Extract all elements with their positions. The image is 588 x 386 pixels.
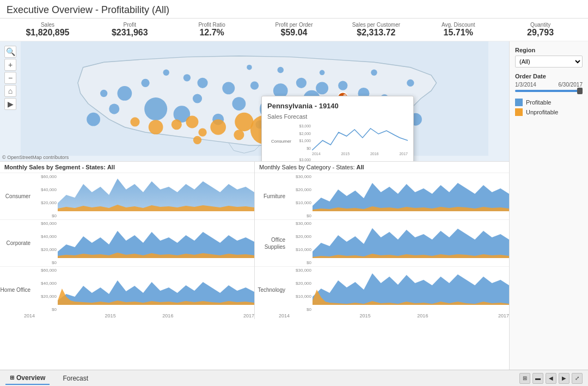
left-chart-title: Monthly Sales by Segment - States: All <box>0 162 254 173</box>
region-select[interactable]: (All) <box>515 56 583 68</box>
page-title: Executive Overview - Profitability (All) <box>7 4 581 16</box>
side-panel: Region (All) Order Date 1/3/2014 6/30/20… <box>509 41 588 370</box>
svg-point-46 <box>234 130 244 140</box>
bottom-controls: ⊞ ▬ ◀ ▶ ⤢ <box>519 373 583 384</box>
svg-point-22 <box>100 90 107 97</box>
unprofitable-label: Unprofitable <box>526 109 558 115</box>
map-controls: 🔍 + − ⌂ ▶ <box>4 46 16 110</box>
tab-forecast[interactable]: Forecast <box>58 372 93 384</box>
x-axis-labels-right: 2014 2015 2016 2017 <box>255 313 509 318</box>
zoom-out-button[interactable]: − <box>4 72 16 84</box>
svg-point-29 <box>247 65 252 70</box>
kpi-sales: Sales $1,820,895 <box>7 22 89 38</box>
office-supplies-row: OfficeSupplies $30,000$20,000$10,000$0 <box>255 220 509 267</box>
tab-overview[interactable]: ⊞ Overview <box>5 372 50 385</box>
svg-point-44 <box>198 128 206 136</box>
svg-point-6 <box>250 82 259 90</box>
map-svg <box>0 41 509 156</box>
svg-point-5 <box>222 82 235 94</box>
grid-button[interactable]: ⊞ <box>519 373 530 384</box>
svg-point-18 <box>183 74 191 81</box>
kpi-bar: Sales $1,820,895 Profit $231,963 Profit … <box>0 19 588 41</box>
tooltip: Pennsylvania - 19140 Sales Forecast Cons… <box>261 96 414 161</box>
date-slider[interactable] <box>515 90 583 92</box>
prev-button[interactable]: ◀ <box>546 373 556 384</box>
left-section: 🔍 + − ⌂ ▶ <box>0 41 509 370</box>
kpi-sales-per-customer: Sales per Customer $2,313.72 <box>335 22 417 38</box>
map-attribution: © OpenStreetMap contributors <box>2 155 69 160</box>
svg-point-32 <box>371 70 377 76</box>
svg-point-1 <box>144 97 167 120</box>
svg-point-31 <box>320 70 325 76</box>
main-area: 🔍 + − ⌂ ▶ <box>0 41 588 370</box>
svg-point-21 <box>109 104 119 114</box>
segment-charts-left: Consumer $60,000$40,000$20,000$0 <box>0 173 254 318</box>
home-office-row: Home Office $60,000$40,000$20,000$0 <box>0 267 254 313</box>
svg-point-3 <box>118 86 132 101</box>
svg-point-20 <box>141 79 149 87</box>
svg-point-47 <box>193 136 201 144</box>
map-container[interactable]: 🔍 + − ⌂ ▶ <box>0 41 509 161</box>
right-charts: Monthly Sales by Category - States: All … <box>255 162 509 319</box>
bottom-bar: ⊞ Overview Forecast ⊞ ▬ ◀ ▶ ⤢ <box>0 370 588 386</box>
corporate-forecast-chart: $3,000$2,000$1,000$0 2014201520162017 <box>293 158 408 161</box>
furniture-row: Furniture $30,000$20,000$10,000$0 <box>255 173 509 220</box>
x-axis-labels-left: 2014 2015 2016 2017 <box>0 313 254 318</box>
order-date-label: Order Date <box>515 73 583 79</box>
kpi-profit-ratio: Profit Ratio 12.7% <box>171 22 253 38</box>
svg-point-8 <box>296 78 307 88</box>
zoom-in-button[interactable]: + <box>4 59 16 71</box>
svg-point-39 <box>210 119 226 135</box>
svg-point-4 <box>198 78 208 88</box>
svg-point-41 <box>171 119 182 130</box>
segment-charts-right: Furniture $30,000$20,000$10,000$0 <box>255 173 509 318</box>
legend-profitable: Profitable <box>515 99 583 106</box>
svg-point-26 <box>193 94 202 103</box>
right-chart-title: Monthly Sales by Category - States: All <box>255 162 509 173</box>
consumer-forecast-chart: $3,000$2,000$1,000$0 2014201520162017 <box>293 124 408 156</box>
region-label: Region <box>515 47 583 53</box>
page: Executive Overview - Profitability (All)… <box>0 0 588 386</box>
home-button[interactable]: ⌂ <box>4 85 16 97</box>
pan-button[interactable]: ▶ <box>4 98 16 110</box>
tooltip-subtitle: Sales Forecast <box>267 113 408 120</box>
svg-point-42 <box>149 120 163 134</box>
kpi-avg-discount: Avg. Discount 15.71% <box>417 22 499 38</box>
unprofitable-color <box>515 108 523 116</box>
svg-point-16 <box>232 97 246 111</box>
profitable-color <box>515 99 523 106</box>
corporate-row: Corporate $60,000$40,000$20,000$0 <box>0 220 254 267</box>
technology-row: Technology $30,000$20,000$10,000$0 <box>255 267 509 313</box>
svg-point-30 <box>278 67 284 73</box>
header: Executive Overview - Profitability (All) <box>0 0 588 19</box>
left-charts: Monthly Sales by Segment - States: All C… <box>0 162 254 319</box>
consumer-row: Consumer $60,000$40,000$20,000$0 <box>0 173 254 220</box>
svg-point-43 <box>130 117 139 126</box>
next-button[interactable]: ▶ <box>559 373 569 384</box>
tooltip-title: Pennsylvania - 19140 <box>267 102 408 110</box>
svg-point-40 <box>186 116 199 128</box>
kpi-profit: Profit $231,963 <box>89 22 171 38</box>
svg-point-35 <box>87 113 100 126</box>
date-range: 1/3/2014 6/30/2017 <box>515 82 583 88</box>
svg-point-19 <box>163 70 169 76</box>
kpi-profit-per-order: Profit per Order $59.04 <box>253 22 335 38</box>
kpi-quantity: Quantity 29,793 <box>499 22 581 38</box>
profitable-label: Profitable <box>526 99 551 106</box>
svg-point-33 <box>407 79 414 87</box>
expand-button[interactable]: ⤢ <box>572 373 583 384</box>
list-button[interactable]: ▬ <box>532 373 543 384</box>
search-button[interactable]: 🔍 <box>4 46 16 58</box>
overview-icon: ⊞ <box>10 375 14 381</box>
charts-section: Monthly Sales by Segment - States: All C… <box>0 161 509 319</box>
svg-point-9 <box>316 82 328 94</box>
svg-point-10 <box>338 81 347 90</box>
legend-unprofitable: Unprofitable <box>515 108 583 116</box>
tooltip-chart-area: Consumer Corporate Home Office $3,000$2,… <box>267 124 408 161</box>
